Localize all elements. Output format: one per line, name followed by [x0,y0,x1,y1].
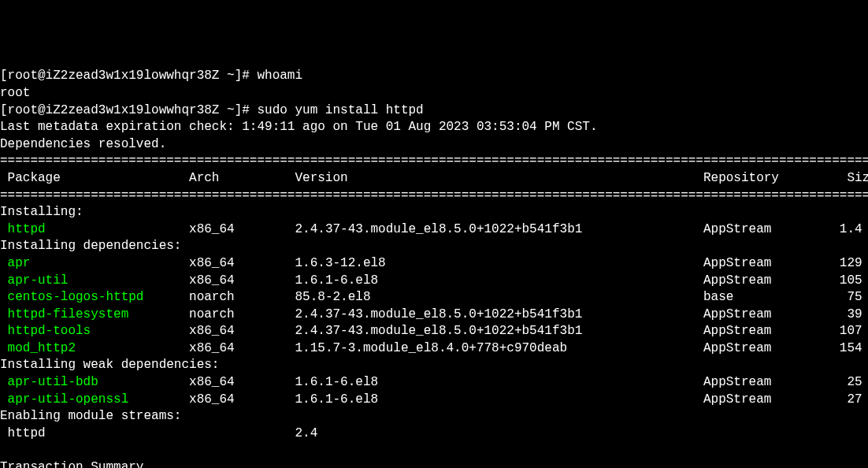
prompt-line-2: [root@iZ2zead3w1x19lowwhqr38Z ~]# sudo y… [0,102,868,120]
terminal-output: [root@iZ2zead3w1x19lowwhqr38Z ~]# whoami… [0,68,868,468]
command-text: sudo yum install httpd [257,103,423,117]
enabling-streams-header: Enabling module streams: [0,408,868,425]
metadata-line: Last metadata expiration check: 1:49:11 … [0,119,868,136]
divider: ========================================… [0,153,868,170]
deps-resolved: Dependencies resolved. [0,136,868,154]
divider: ========================================… [0,188,868,205]
package-row: apr-util x86_64 1.6.1-6.el8 AppStream 10… [0,273,868,290]
installing-header: Installing: [0,204,868,221]
package-row: httpd-filesystem noarch 2.4.37-43.module… [0,306,868,324]
package-row: apr x86_64 1.6.3-12.el8 AppStream 129 k [0,255,868,273]
shell-prompt: [root@iZ2zead3w1x19lowwhqr38Z ~]# [0,69,257,83]
installing-weak-header: Installing weak dependencies: [0,357,868,374]
package-row: mod_http2 x86_64 1.15.7-3.module_el8.4.0… [0,340,868,358]
package-row: apr-util-openssl x86_64 1.6.1-6.el8 AppS… [0,392,868,409]
command-text: whoami [257,69,302,83]
blank-line [0,442,868,459]
shell-prompt: [root@iZ2zead3w1x19lowwhqr38Z ~]# [0,103,257,117]
stream-row: httpd 2.4 [0,425,868,443]
package-row: centos-logos-httpd noarch 85.8-2.el8 bas… [0,289,868,306]
package-row: apr-util-bdb x86_64 1.6.1-6.el8 AppStrea… [0,374,868,392]
table-header: Package Arch Version Repository Size [0,170,868,188]
prompt-line-1: [root@iZ2zead3w1x19lowwhqr38Z ~]# whoami [0,68,868,85]
installing-deps-header: Installing dependencies: [0,238,868,255]
transaction-summary: Transaction Summary [0,459,868,468]
package-row: httpd-tools x86_64 2.4.37-43.module_el8.… [0,323,868,340]
whoami-output: root [0,85,868,102]
package-row: httpd x86_64 2.4.37-43.module_el8.5.0+10… [0,221,868,239]
